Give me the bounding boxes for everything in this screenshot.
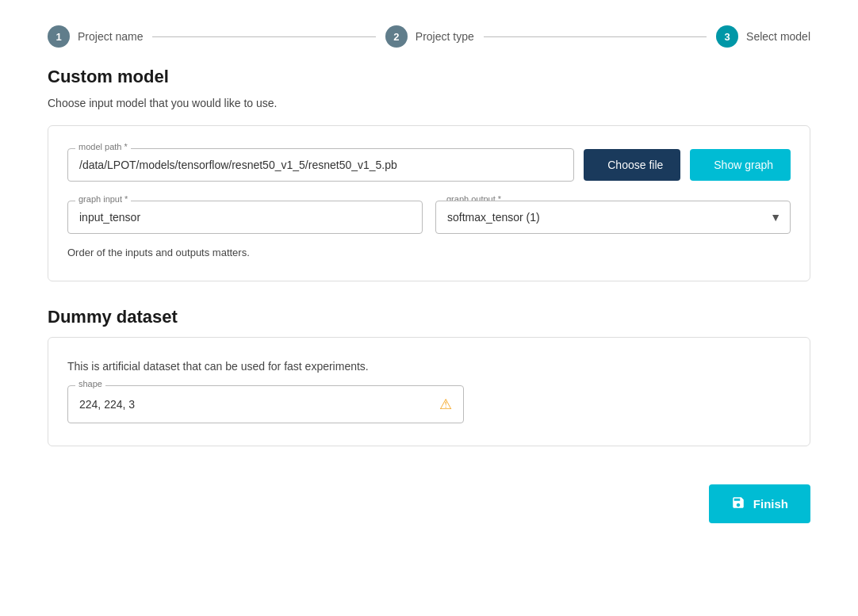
main-content: Custom model Choose input model that you… xyxy=(0,67,858,446)
shape-field: shape 224, 224, 3 ⚠ xyxy=(67,385,464,423)
step-label-3: Select model xyxy=(746,30,810,43)
step-3: 3 Select model xyxy=(716,25,810,48)
graph-input-input[interactable] xyxy=(67,201,423,234)
finish-button[interactable]: Finish xyxy=(709,484,810,523)
graph-output-select[interactable]: softmax_tensor (1) softmax_tensor (2) xyxy=(435,201,791,234)
choose-file-label: Choose file xyxy=(607,159,663,171)
model-path-input[interactable] xyxy=(67,148,574,182)
graph-row: graph input * graph output * softmax_ten… xyxy=(67,201,791,234)
choose-file-button[interactable]: Choose file xyxy=(584,149,680,181)
dummy-dataset-desc: This is artificial dataset that can be u… xyxy=(67,360,791,373)
warning-icon: ⚠ xyxy=(439,396,452,413)
model-path-label: model path * xyxy=(75,142,131,151)
custom-model-title: Custom model xyxy=(48,67,810,87)
step-circle-3: 3 xyxy=(716,25,738,48)
step-2: 2 Project type xyxy=(385,25,474,48)
show-graph-label: Show graph xyxy=(714,159,773,171)
finish-label: Finish xyxy=(753,497,788,511)
step-circle-1: 1 xyxy=(48,25,70,48)
model-path-field: model path * xyxy=(67,148,574,182)
order-note: Order of the inputs and outputs matters. xyxy=(67,247,791,258)
graph-output-field: graph output * softmax_tensor (1) softma… xyxy=(435,201,791,234)
step-circle-2: 2 xyxy=(385,25,408,48)
graph-input-field: graph input * xyxy=(67,201,423,234)
finish-row: Finish xyxy=(0,472,858,549)
custom-model-desc: Choose input model that you would like t… xyxy=(48,97,810,109)
custom-model-card: model path * Choose file Show graph xyxy=(48,125,810,281)
graph-input-label: graph input * xyxy=(75,194,131,204)
step-label-2: Project type xyxy=(416,30,474,43)
graph-output-select-wrapper: softmax_tensor (1) softmax_tensor (2) ▼ xyxy=(435,201,791,234)
model-path-row: model path * Choose file Show graph xyxy=(67,148,791,182)
step-1: 1 Project name xyxy=(48,25,143,48)
step-line-1 xyxy=(152,36,375,37)
step-label-1: Project name xyxy=(78,30,143,43)
dummy-dataset-title: Dummy dataset xyxy=(48,307,810,327)
dummy-dataset-card: This is artificial dataset that can be u… xyxy=(48,337,810,446)
shape-input-wrapper: 224, 224, 3 ⚠ xyxy=(67,385,464,423)
save-icon xyxy=(731,495,745,512)
shape-label: shape xyxy=(75,379,105,388)
step-line-2 xyxy=(484,36,707,37)
stepper: 1 Project name 2 Project type 3 Select m… xyxy=(0,0,858,67)
show-graph-button[interactable]: Show graph xyxy=(690,149,791,181)
shape-value: 224, 224, 3 xyxy=(79,398,431,411)
